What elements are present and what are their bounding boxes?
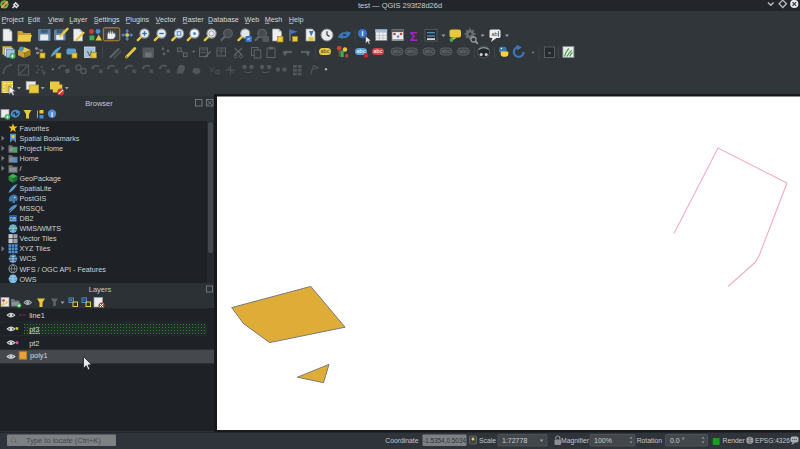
svg-text:abc: abc (393, 48, 402, 54)
svg-text:>: > (548, 50, 551, 56)
svg-text:-1.5354,0.5034: -1.5354,0.5034 (423, 437, 466, 444)
svg-text:Rotation: Rotation (637, 437, 663, 444)
svg-text:SpatiaLite: SpatiaLite (20, 184, 52, 193)
svg-text:Project Home: Project Home (20, 144, 64, 153)
svg-text:Vector: Vector (156, 15, 177, 24)
svg-text:PostGIS: PostGIS (20, 194, 47, 203)
svg-text:Raster: Raster (183, 15, 205, 24)
svg-text:1:72778: 1:72778 (502, 437, 527, 444)
svg-text:poly1: poly1 (30, 351, 48, 360)
svg-text:Favorites: Favorites (20, 124, 50, 133)
svg-text:Layers: Layers (89, 285, 112, 294)
svg-text:OWS: OWS (20, 275, 37, 284)
svg-text:Settings: Settings (94, 15, 120, 24)
svg-text:Browser: Browser (85, 99, 113, 108)
svg-text:<: < (247, 36, 251, 42)
svg-text:Database: Database (208, 15, 239, 24)
svg-text:Edit: Edit (28, 15, 40, 24)
svg-text:Render: Render (723, 437, 746, 444)
svg-text:line1: line1 (29, 311, 45, 320)
svg-text:Type to locate (Ctrl+K): Type to locate (Ctrl+K) (26, 436, 101, 445)
svg-text:WCS: WCS (20, 254, 37, 263)
svg-text:0.0 °: 0.0 ° (670, 437, 685, 444)
svg-text:Coordinate: Coordinate (385, 437, 418, 444)
svg-text:MSSQL: MSSQL (20, 204, 45, 213)
svg-text:View: View (48, 15, 64, 24)
svg-text:abc: abc (425, 48, 434, 54)
svg-text:abc: abc (407, 48, 416, 54)
svg-text:abc: abc (374, 48, 383, 54)
svg-text:abc: abc (321, 48, 330, 54)
svg-text:WFS / OGC API - Features: WFS / OGC API - Features (20, 265, 107, 274)
svg-text:Magnifier: Magnifier (561, 437, 590, 445)
svg-text:WMS/WMTS: WMS/WMTS (20, 224, 62, 233)
svg-text:V: V (209, 65, 214, 74)
svg-text:Scale: Scale (479, 437, 496, 444)
svg-text:GeoPackage: GeoPackage (20, 174, 62, 183)
svg-text:abc: abc (459, 48, 468, 54)
svg-text:abc: abc (442, 48, 451, 54)
svg-text:Plugins: Plugins (126, 15, 150, 24)
svg-text:100%: 100% (594, 437, 612, 444)
svg-text:Σ: Σ (410, 29, 418, 44)
svg-text:XYZ Tiles: XYZ Tiles (20, 244, 51, 253)
svg-text:DB: DB (10, 217, 16, 222)
svg-text:Spatial Bookmarks: Spatial Bookmarks (20, 134, 80, 143)
svg-text:Web: Web (245, 15, 260, 24)
svg-text:pt2: pt2 (29, 339, 39, 348)
svg-text:DB2: DB2 (20, 214, 34, 223)
svg-text:Layer: Layer (69, 15, 88, 24)
svg-text:/: / (20, 164, 22, 173)
svg-text:ab: ab (491, 31, 497, 37)
svg-text:Mesh: Mesh (265, 15, 283, 24)
svg-text:Home: Home (20, 154, 39, 163)
svg-text:EPSG:4326: EPSG:4326 (755, 437, 790, 444)
svg-text:Vector Tiles: Vector Tiles (20, 234, 58, 243)
svg-text:i: i (362, 30, 364, 37)
svg-text:abc: abc (357, 48, 366, 54)
svg-text:Project: Project (2, 15, 24, 24)
svg-text:test — QGIS 293f28d26d: test — QGIS 293f28d26d (358, 1, 442, 10)
svg-text:Help: Help (289, 15, 304, 24)
svg-text:pt3: pt3 (29, 325, 39, 334)
svg-text:i: i (51, 111, 53, 118)
